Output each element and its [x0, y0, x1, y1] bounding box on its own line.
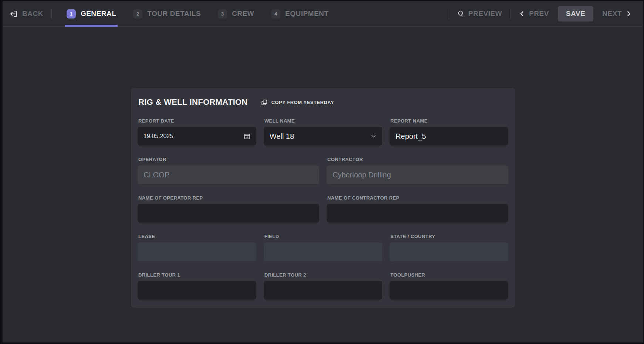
- back-arrow-icon: [9, 10, 18, 18]
- step-number-badge: 3: [218, 9, 227, 19]
- field-field: [264, 243, 382, 261]
- driller-tour-2-label: DRILLER TOUR 2: [264, 272, 382, 278]
- well-name-label: WELL NAME: [264, 118, 382, 124]
- state-country-label: STATE / COUNTRY: [390, 234, 508, 239]
- preview-button[interactable]: PREVIEW: [457, 10, 502, 18]
- preview-label: PREVIEW: [468, 10, 502, 18]
- contractor-input: [327, 171, 508, 179]
- step-label: TOUR DETAILS: [147, 10, 201, 18]
- toolpusher-label: TOOLPUSHER: [390, 272, 508, 278]
- form-row-5: DRILLER TOUR 1 DRILLER TOUR 2 TOOLPUSHER: [138, 272, 508, 300]
- operator-rep-input[interactable]: [138, 209, 319, 218]
- calendar-icon[interactable]: [243, 133, 251, 140]
- form-row-3: NAME OF OPERATOR REP NAME OF CONTRACTOR …: [138, 195, 508, 223]
- card-header: RIG & WELL INFORMATION COPY FROM YESTERD…: [138, 97, 508, 107]
- contractor-field: [327, 166, 508, 184]
- step-tabs: 1 GENERAL 2 TOUR DETAILS 3 CREW 4 EQUIPM…: [67, 1, 329, 26]
- back-label: BACK: [22, 10, 43, 18]
- tab-tour-details[interactable]: 2 TOUR DETAILS: [133, 1, 201, 26]
- chevron-down-icon: [371, 133, 377, 139]
- report-date-field: [138, 127, 256, 146]
- operator-input: [138, 171, 319, 179]
- rig-well-information-card: RIG & WELL INFORMATION COPY FROM YESTERD…: [131, 88, 515, 308]
- copy-from-yesterday-button[interactable]: COPY FROM YESTERDAY: [261, 99, 334, 106]
- operator-rep-field: [138, 204, 319, 223]
- well-name-value: Well 18: [264, 132, 371, 141]
- driller-tour-2-input[interactable]: [264, 286, 382, 295]
- step-label: CREW: [232, 10, 254, 18]
- next-label: NEXT: [602, 10, 622, 18]
- chevron-left-icon: [519, 10, 525, 17]
- contractor-label: CONTRACTOR: [327, 157, 508, 162]
- driller-tour-1-input[interactable]: [138, 286, 256, 295]
- contractor-rep-field: [327, 204, 508, 223]
- divider: [51, 9, 52, 19]
- form-row-1: REPORT DATE W: [138, 118, 508, 146]
- toolpusher-input[interactable]: [390, 286, 508, 295]
- app-window: BACK 1 GENERAL 2 TOUR DETAILS 3 CREW 4 E…: [3, 1, 643, 343]
- contractor-rep-input[interactable]: [327, 209, 508, 218]
- report-date-input[interactable]: [138, 133, 243, 140]
- field-label: FIELD: [264, 234, 382, 239]
- step-number-badge: 2: [133, 9, 142, 19]
- report-date-label: REPORT DATE: [138, 118, 256, 124]
- operator-label: OPERATOR: [138, 157, 319, 162]
- divider: [449, 9, 449, 19]
- state-country-input: [390, 248, 508, 256]
- tab-crew[interactable]: 3 CREW: [218, 1, 254, 26]
- form-row-2: OPERATOR CONTRACTOR: [138, 157, 508, 184]
- back-button[interactable]: BACK: [9, 10, 43, 18]
- step-label: EQUIPMENT: [285, 10, 328, 18]
- copy-from-yesterday-label: COPY FROM YESTERDAY: [271, 100, 334, 105]
- tab-equipment[interactable]: 4 EQUIPMENT: [271, 1, 328, 26]
- driller-tour-2-field: [264, 281, 382, 300]
- step-number-badge: 4: [271, 9, 280, 19]
- save-button[interactable]: SAVE: [558, 6, 593, 21]
- state-country-field: [390, 243, 508, 261]
- lease-label: LEASE: [138, 234, 256, 239]
- tab-general[interactable]: 1 GENERAL: [67, 1, 116, 26]
- driller-tour-1-label: DRILLER TOUR 1: [138, 272, 256, 278]
- main-content: RIG & WELL INFORMATION COPY FROM YESTERD…: [3, 27, 643, 343]
- step-number-badge: 1: [67, 9, 76, 19]
- next-button[interactable]: NEXT: [602, 10, 632, 18]
- card-title: RIG & WELL INFORMATION: [138, 97, 247, 107]
- prev-label: PREV: [529, 10, 549, 18]
- lease-input: [138, 248, 256, 256]
- search-icon: [457, 10, 465, 17]
- contractor-rep-label: NAME OF CONTRACTOR REP: [327, 195, 508, 201]
- driller-tour-1-field: [138, 281, 256, 300]
- report-name-label: REPORT NAME: [390, 118, 508, 124]
- report-name-field: [390, 127, 508, 146]
- prev-button[interactable]: PREV: [519, 10, 549, 18]
- top-bar-actions: PREVIEW PREV SAVE NEXT: [441, 6, 632, 21]
- lease-field: [138, 243, 256, 261]
- copy-icon: [261, 99, 268, 106]
- operator-rep-label: NAME OF OPERATOR REP: [138, 195, 319, 201]
- well-name-select[interactable]: Well 18: [264, 127, 382, 146]
- operator-field: [138, 166, 319, 184]
- step-label: GENERAL: [81, 10, 116, 18]
- chevron-right-icon: [626, 10, 632, 17]
- toolpusher-field: [390, 281, 508, 300]
- top-bar: BACK 1 GENERAL 2 TOUR DETAILS 3 CREW 4 E…: [3, 1, 643, 27]
- field-input: [264, 248, 382, 256]
- divider: [510, 9, 510, 19]
- form-row-4: LEASE FIELD STATE / COUNTRY: [138, 234, 508, 261]
- report-name-input[interactable]: [390, 132, 508, 141]
